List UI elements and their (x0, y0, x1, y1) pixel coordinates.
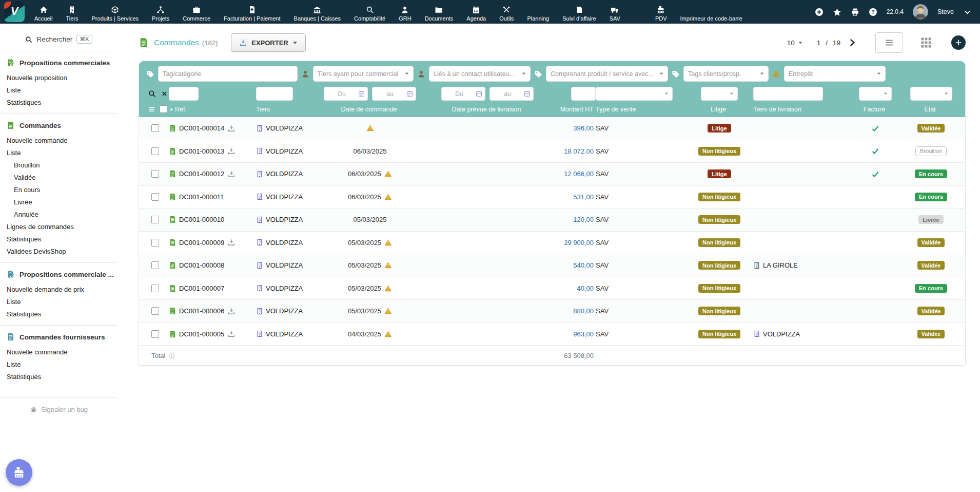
search-delivery-input[interactable] (753, 87, 823, 101)
row-checkbox[interactable] (151, 285, 159, 292)
nav-item-commerce[interactable]: Commerce (176, 0, 217, 24)
sidebar-section-title[interactable]: Commandes (5, 121, 112, 129)
nav-item-sav[interactable]: SAV (603, 0, 627, 24)
sidebar-item[interactable]: Statistiques (5, 308, 112, 320)
nav-item-planning[interactable]: Planning (520, 0, 556, 24)
sidebar-item[interactable]: Statistiques (5, 233, 112, 245)
sidebar-item[interactable]: En cours (5, 183, 112, 196)
search-amount-input[interactable] (571, 87, 596, 101)
thirdparty-link[interactable]: VOLDPIZZA (266, 124, 303, 132)
filter-select[interactable]: Comprenant produit / service avec... (546, 66, 668, 82)
nav-item-pdv[interactable]: PDV (649, 0, 674, 24)
filter-select[interactable]: Tiers ayant pour commercial (313, 66, 414, 82)
sidebar-item[interactable]: Annulée (5, 208, 112, 220)
column-header[interactable]: Type de vente (596, 106, 685, 113)
download-icon[interactable] (228, 239, 235, 246)
nav-item-banques-caisses[interactable]: Banques | Caisses (287, 0, 348, 24)
download-icon[interactable] (228, 125, 235, 132)
amount-link[interactable]: 18 072,00 (564, 147, 594, 155)
grid-view-button[interactable] (920, 37, 932, 48)
order-ref-link[interactable]: DC001-000008 (179, 261, 224, 269)
column-header[interactable]: Réf. (169, 106, 256, 113)
order-date-from[interactable] (324, 87, 368, 101)
sidebar-item[interactable]: Nouvelle commande (5, 346, 112, 358)
amount-link[interactable]: 963,00 (573, 330, 594, 338)
order-ref-link[interactable]: DC001-000006 (179, 307, 224, 315)
thirdparty-link[interactable]: VOLDPIZZA (266, 147, 303, 155)
amount-link[interactable]: 880,00 (573, 307, 594, 315)
thirdparty-link[interactable]: VOLDPIZZA (266, 170, 303, 178)
order-ref-link[interactable]: DC001-000007 (179, 285, 224, 292)
order-ref-link[interactable]: DC001-000009 (179, 239, 224, 247)
row-checkbox[interactable] (151, 147, 159, 155)
column-header[interactable]: Tiers (256, 106, 313, 113)
filter-select[interactable]: Tags clients/prosp. (683, 66, 769, 82)
date-from-input[interactable] (444, 90, 474, 98)
nav-item-facturation-paiement[interactable]: Facturation | Paiement (217, 0, 287, 24)
chevron-down-icon[interactable] (963, 8, 972, 16)
app-logo[interactable]: V (4, 2, 25, 22)
sidebar-item[interactable]: Liste (5, 358, 112, 370)
nav-item-grh[interactable]: GRH (392, 0, 418, 24)
page-title[interactable]: Commandes (154, 38, 199, 47)
nav-item-imprimeur-de-code-barre[interactable]: Imprimeur de code-barre (674, 0, 749, 24)
nav-item-produits-services[interactable]: Produits | Services (85, 0, 146, 24)
date-from-input[interactable] (327, 90, 357, 98)
order-date-to[interactable] (372, 87, 416, 101)
order-ref-link[interactable]: DC001-000011 (179, 193, 224, 201)
thirdparty-link[interactable]: VOLDPIZZA (266, 239, 303, 247)
amount-link[interactable]: 531,00 (573, 193, 594, 201)
download-icon[interactable] (228, 147, 235, 155)
sidebar-section-title[interactable]: Commandes fournisseurs (5, 333, 112, 341)
search-tiers-input[interactable] (256, 87, 293, 101)
search-state-select[interactable] (910, 87, 952, 101)
search-ref-input[interactable] (169, 87, 199, 101)
download-icon[interactable] (228, 330, 235, 337)
nav-item-documents[interactable]: Documents (418, 0, 460, 24)
sidebar-item[interactable]: Lignes de commandes (5, 220, 112, 233)
thirdparty-link[interactable]: VOLDPIZZA (266, 330, 303, 338)
amount-link[interactable]: 540,00 (573, 261, 594, 269)
list-view-button[interactable] (875, 32, 903, 53)
sidebar-item[interactable]: Nouvelle demande de prix (5, 283, 112, 295)
delivery-thirdparty-link[interactable]: VOLDPIZZA (763, 330, 800, 338)
sidebar-section-title[interactable]: Propositions commerciales (5, 59, 112, 67)
column-header[interactable]: Montant HT (548, 106, 596, 113)
order-ref-link[interactable]: DC001-000005 (179, 330, 224, 338)
page-size-selector[interactable]: 10 (787, 39, 802, 47)
row-checkbox[interactable] (151, 307, 159, 315)
user-avatar[interactable] (913, 4, 928, 20)
sidebar-item[interactable]: Statistiques (5, 96, 112, 108)
current-page[interactable]: 1 (817, 39, 821, 47)
report-bug-link[interactable]: Signaler un bug (0, 397, 117, 422)
date-to-input[interactable] (493, 90, 522, 98)
column-header[interactable]: Facturé (848, 106, 903, 113)
search-litige-select[interactable] (701, 87, 738, 101)
order-ref-link[interactable]: DC001-000010 (179, 216, 224, 223)
amount-link[interactable]: 12 066,00 (564, 170, 594, 178)
user-menu[interactable]: Steve (937, 8, 954, 15)
delivery-date-to[interactable] (489, 87, 534, 101)
bookmark-star-icon[interactable] (833, 8, 841, 16)
order-ref-link[interactable]: DC001-000014 (179, 124, 224, 132)
help-icon[interactable]: ? (869, 8, 877, 16)
row-checkbox[interactable] (151, 239, 159, 247)
amount-link[interactable]: 120,00 (573, 216, 594, 223)
nav-item-comptabilit[interactable]: Comptabilité (347, 0, 392, 24)
column-header[interactable]: État (903, 106, 959, 113)
new-order-button[interactable] (951, 35, 966, 50)
delivery-thirdparty-link[interactable]: LA GIROLE (763, 261, 798, 269)
column-header[interactable]: Tiers de livraison (753, 106, 848, 113)
add-shortcut-icon[interactable] (815, 8, 824, 16)
next-page-button[interactable] (848, 38, 857, 47)
amount-link[interactable]: 396,00 (573, 124, 594, 132)
row-checkbox[interactable] (151, 216, 159, 223)
sidebar-item[interactable]: Livrée (5, 196, 112, 208)
filter-input[interactable]: Tag/catégorie (158, 66, 298, 82)
select-all-checkbox[interactable] (160, 105, 167, 113)
nav-item-tiers[interactable]: Tiers (59, 0, 85, 24)
order-ref-link[interactable]: DC001-000012 (179, 170, 224, 178)
sidebar-search[interactable]: Rechercher ⌘K (0, 32, 117, 51)
sidebar-item[interactable]: Nouvelle proposition (5, 71, 112, 84)
thirdparty-link[interactable]: VOLDPIZZA (266, 261, 303, 269)
